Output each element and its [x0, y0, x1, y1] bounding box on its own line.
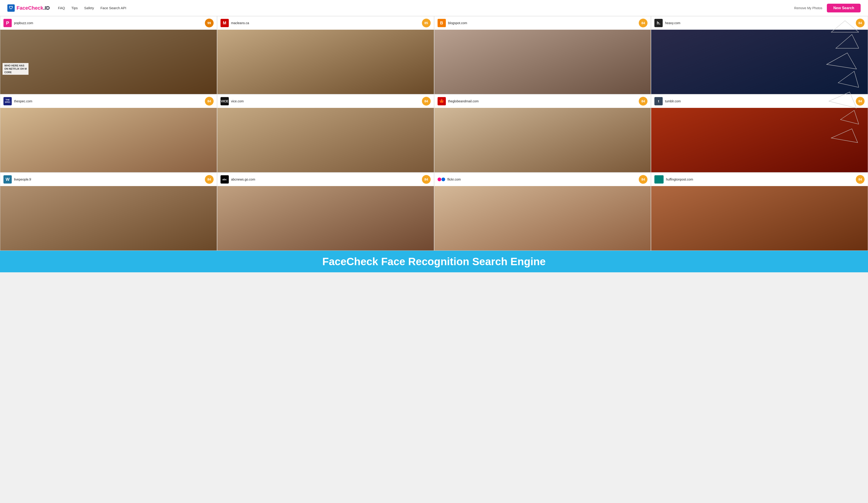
- logo-id: .ID: [43, 5, 50, 11]
- score-badge: 84: [205, 175, 214, 184]
- score-badge: 84: [856, 97, 865, 105]
- card-header: 🍁 theglobeandmail.com 84: [434, 94, 651, 108]
- nav-tips[interactable]: Tips: [71, 6, 78, 10]
- site-name: thespec.com: [14, 99, 32, 103]
- nav: FAQ Tips Safety Face Search API: [58, 6, 126, 10]
- face-image: [434, 108, 651, 172]
- nav-faq[interactable]: FAQ: [58, 6, 65, 10]
- result-card[interactable]: B blogspot.com 84: [434, 16, 651, 94]
- bottom-banner: FaceCheck Face Recognition Search Engine: [0, 251, 868, 272]
- card-header: M macleans.ca 85: [217, 16, 434, 30]
- score-badge: 84: [856, 175, 865, 184]
- card-header: huffingtonpost.com 84: [651, 173, 868, 186]
- site-name: abcnews.go.com: [231, 177, 255, 181]
- site-logo-icon: B: [437, 19, 446, 27]
- face-image: [217, 30, 434, 94]
- site-name: vice.com: [231, 99, 244, 103]
- nav-safety[interactable]: Safety: [84, 6, 94, 10]
- result-card[interactable]: huffingtonpost.com 84: [651, 173, 868, 251]
- card-header: h. heavy.com 84: [651, 16, 868, 30]
- card-header: THESPEC thespec.com 84: [0, 94, 217, 108]
- site-info: t tumblr.com: [654, 97, 681, 105]
- new-search-button[interactable]: New Search: [827, 4, 861, 12]
- card-header: VICE vice.com 84: [217, 94, 434, 108]
- bottom-banner-text: FaceCheck Face Recognition Search Engine: [322, 256, 546, 267]
- face-image: [434, 186, 651, 250]
- site-logo-icon: THESPEC: [3, 97, 12, 105]
- result-card[interactable]: THESPEC thespec.com 84: [0, 94, 217, 173]
- site-info: h. heavy.com: [654, 19, 680, 27]
- face-image: [434, 30, 651, 94]
- site-info: 🍁 theglobeandmail.com: [437, 97, 479, 105]
- result-card[interactable]: 🍁 theglobeandmail.com 84: [434, 94, 651, 173]
- site-info: W livepeople.fr: [3, 175, 31, 184]
- site-name: heavy.com: [665, 21, 680, 25]
- logo-shield-icon: 🛡: [7, 4, 15, 12]
- card-header: abc abcnews.go.com 84: [217, 173, 434, 186]
- face-image: [651, 186, 868, 250]
- result-card[interactable]: h. heavy.com 84: [651, 16, 868, 94]
- header-left: 🛡 FaceCheck.ID FAQ Tips Safety Face Sear…: [7, 4, 126, 12]
- site-logo-icon: [654, 175, 664, 184]
- site-logo-icon: M: [220, 19, 229, 27]
- face-image: [217, 186, 434, 250]
- logo-face: FaceCheck: [17, 5, 43, 11]
- site-info: huffingtonpost.com: [654, 175, 693, 184]
- site-logo-icon: 🍁: [437, 97, 446, 105]
- flickr-logo: [437, 177, 445, 181]
- logo[interactable]: 🛡 FaceCheck.ID: [7, 4, 50, 12]
- score-badge: 84: [422, 97, 431, 105]
- site-logo-icon: P: [3, 19, 12, 27]
- card-header: B blogspot.com 84: [434, 16, 651, 30]
- header: 🛡 FaceCheck.ID FAQ Tips Safety Face Sear…: [0, 0, 868, 16]
- header-right: Remove My Photos New Search: [794, 4, 861, 12]
- score-badge: 84: [205, 97, 214, 105]
- result-card[interactable]: W livepeople.fr 84: [0, 173, 217, 251]
- logo-text: FaceCheck.ID: [17, 5, 50, 11]
- result-card[interactable]: VICE vice.com 84: [217, 94, 434, 173]
- card-header: W livepeople.fr 84: [0, 173, 217, 186]
- face-image: WHO HERE HASON NETFLIX OH MCORE: [0, 30, 217, 94]
- score-badge: 99: [205, 19, 214, 27]
- site-name: theglobeandmail.com: [448, 99, 479, 103]
- site-name: livepeople.fr: [14, 177, 31, 181]
- score-badge: 84: [639, 19, 648, 27]
- site-info: B blogspot.com: [437, 19, 467, 27]
- remove-photos-link[interactable]: Remove My Photos: [794, 6, 822, 10]
- card-overlay-text: WHO HERE HASON NETFLIX OH MCORE: [2, 63, 29, 75]
- face-image: [651, 30, 868, 94]
- site-logo-icon: VICE: [220, 97, 229, 105]
- site-info: flickr.com: [437, 177, 461, 181]
- face-image: [651, 108, 868, 172]
- card-header: P popbuzz.com 99: [0, 16, 217, 30]
- card-header: t tumblr.com 84: [651, 94, 868, 108]
- site-logo-icon: W: [3, 175, 12, 184]
- site-name: blogspot.com: [448, 21, 467, 25]
- card-header: flickr.com 84: [434, 173, 651, 186]
- result-card[interactable]: M macleans.ca 85: [217, 16, 434, 94]
- site-logo-icon: abc: [220, 175, 229, 184]
- result-card[interactable]: P popbuzz.com 99 WHO HERE HASON NETFLIX …: [0, 16, 217, 94]
- score-badge: 84: [639, 97, 648, 105]
- site-logo-icon: t: [654, 97, 663, 105]
- result-card[interactable]: flickr.com 84: [434, 173, 651, 251]
- face-image: [0, 186, 217, 250]
- site-info: M macleans.ca: [220, 19, 249, 27]
- result-card[interactable]: abc abcnews.go.com 84: [217, 173, 434, 251]
- site-name: macleans.ca: [231, 21, 249, 25]
- results-grid: P popbuzz.com 99 WHO HERE HASON NETFLIX …: [0, 16, 868, 251]
- result-card[interactable]: t tumblr.com 84: [651, 94, 868, 173]
- site-name: flickr.com: [447, 177, 461, 181]
- nav-api[interactable]: Face Search API: [101, 6, 126, 10]
- face-image: [217, 108, 434, 172]
- site-info: VICE vice.com: [220, 97, 244, 105]
- site-name: huffingtonpost.com: [666, 177, 693, 181]
- score-badge: 84: [422, 175, 431, 184]
- site-name: tumblr.com: [665, 99, 681, 103]
- site-name: popbuzz.com: [14, 21, 33, 25]
- score-badge: 84: [639, 175, 648, 184]
- site-logo-icon: h.: [654, 19, 663, 27]
- site-info: P popbuzz.com: [3, 19, 33, 27]
- site-info: abc abcnews.go.com: [220, 175, 255, 184]
- site-info: THESPEC thespec.com: [3, 97, 32, 105]
